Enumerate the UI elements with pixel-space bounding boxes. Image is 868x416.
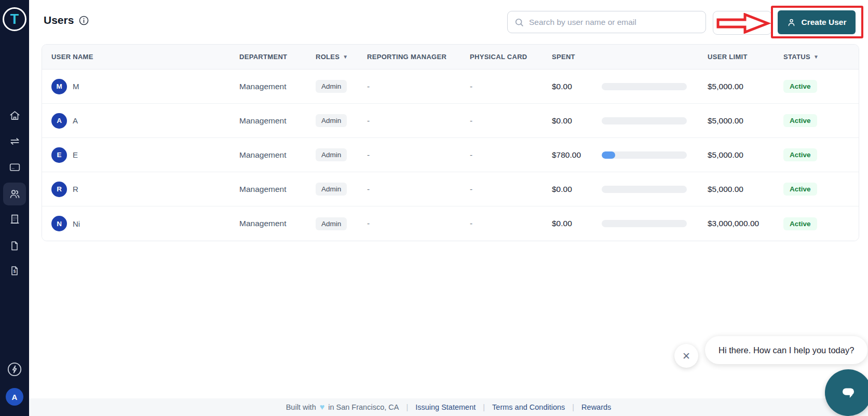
chevron-down-icon: ▼ bbox=[343, 54, 348, 60]
spend-progress-bar bbox=[602, 220, 687, 227]
table-row[interactable]: E E Management Admin - - $780.00 $5,000.… bbox=[42, 138, 859, 172]
department-cell: Management bbox=[239, 116, 316, 126]
spent-cell: $0.00 bbox=[552, 116, 602, 126]
create-user-button[interactable]: Create User bbox=[778, 10, 856, 34]
sidebar-item-rewards[interactable] bbox=[3, 358, 26, 381]
reporting-manager-cell: - bbox=[367, 185, 470, 194]
status-badge: Active bbox=[783, 114, 817, 127]
sidebar-item-cards[interactable] bbox=[3, 156, 26, 178]
spent-cell: $0.00 bbox=[552, 185, 602, 194]
physical-card-cell: - bbox=[470, 82, 552, 91]
chat-close-button[interactable]: ✕ bbox=[674, 344, 698, 368]
spend-progress-bar bbox=[602, 117, 687, 124]
table-row[interactable]: M M Management Admin - - $0.00 $5,000.00… bbox=[42, 70, 859, 104]
credit-card-icon bbox=[9, 161, 21, 173]
footer-separator: | bbox=[406, 403, 408, 411]
table-body: M M Management Admin - - $0.00 $5,000.00… bbox=[42, 70, 859, 241]
physical-card-cell: - bbox=[470, 185, 552, 194]
column-header-physical-card: PHYSICAL CARD bbox=[470, 53, 552, 61]
user-limit-cell: $5,000.00 bbox=[708, 185, 783, 194]
info-icon[interactable] bbox=[78, 15, 89, 26]
spend-progress-bar bbox=[602, 151, 687, 159]
user-name: E bbox=[73, 150, 78, 159]
chat-launcher-button[interactable] bbox=[825, 369, 868, 416]
physical-card-cell: - bbox=[470, 116, 552, 126]
user-name: Ni bbox=[73, 219, 80, 228]
sidebar-item-company[interactable] bbox=[3, 207, 26, 230]
role-badge: Admin bbox=[316, 114, 347, 127]
department-cell: Management bbox=[239, 219, 316, 228]
footer-separator: | bbox=[572, 403, 574, 411]
building-icon bbox=[9, 213, 21, 225]
chat-greeting-text: Hi there. How can I help you today? bbox=[718, 345, 854, 355]
account-avatar[interactable]: A bbox=[6, 388, 23, 406]
status-badge: Active bbox=[783, 183, 817, 196]
reporting-manager-cell: - bbox=[367, 82, 470, 91]
chevron-down-icon: ▼ bbox=[813, 54, 819, 60]
table-row[interactable]: N Ni Management Admin - - $0.00 $3,000,0… bbox=[42, 206, 859, 241]
user-avatar: A bbox=[51, 113, 67, 129]
users-icon bbox=[8, 188, 21, 200]
user-avatar: R bbox=[51, 182, 67, 197]
footer-built-with: Built with ♥ in San Francisco, CA bbox=[286, 403, 399, 412]
page-header: Users Create User bbox=[29, 0, 868, 44]
role-badge: Admin bbox=[316, 183, 347, 196]
user-name: A bbox=[73, 116, 78, 125]
page-footer: Built with ♥ in San Francisco, CA | Issu… bbox=[29, 398, 868, 416]
footer-link-issuing-statement[interactable]: Issuing Statement bbox=[415, 403, 476, 411]
footer-link-rewards[interactable]: Rewards bbox=[581, 403, 611, 411]
app-logo-letter: T bbox=[10, 11, 19, 27]
footer-link-terms[interactable]: Terms and Conditions bbox=[492, 403, 565, 411]
status-badge: Active bbox=[783, 217, 817, 230]
search-input[interactable] bbox=[529, 18, 699, 27]
spent-cell: $0.00 bbox=[552, 219, 602, 228]
transfers-icon bbox=[9, 135, 21, 147]
account-avatar-letter: A bbox=[12, 393, 18, 401]
heart-icon: ♥ bbox=[320, 403, 325, 412]
status-badge: Active bbox=[783, 148, 817, 161]
department-cell: Management bbox=[239, 150, 316, 160]
search-box bbox=[507, 11, 706, 33]
sidebar-item-transactions[interactable] bbox=[3, 130, 26, 152]
users-table: USER NAME DEPARTMENT ROLES▼ REPORTING MA… bbox=[42, 44, 859, 241]
user-avatar: E bbox=[51, 147, 67, 163]
search-icon bbox=[514, 17, 524, 27]
user-limit-cell: $5,000.00 bbox=[708, 150, 783, 160]
user-avatar: N bbox=[51, 216, 67, 231]
role-badge: Admin bbox=[316, 217, 347, 230]
column-header-department: DEPARTMENT bbox=[239, 53, 316, 61]
table-row[interactable]: R R Management Admin - - $0.00 $5,000.00… bbox=[42, 172, 859, 206]
user-limit-cell: $5,000.00 bbox=[708, 82, 783, 91]
chat-bubble-icon bbox=[836, 381, 860, 405]
status-badge: Active bbox=[783, 80, 817, 93]
secondary-button[interactable] bbox=[713, 11, 772, 35]
reporting-manager-cell: - bbox=[367, 116, 470, 126]
role-badge: Admin bbox=[316, 148, 347, 161]
table-row[interactable]: A A Management Admin - - $0.00 $5,000.00… bbox=[42, 104, 859, 138]
person-icon bbox=[786, 18, 796, 27]
physical-card-cell: - bbox=[470, 150, 552, 160]
reporting-manager-cell: - bbox=[367, 219, 470, 228]
user-limit-cell: $3,000,000.00 bbox=[708, 219, 783, 228]
footer-separator: | bbox=[483, 403, 485, 411]
page-title: Users bbox=[44, 14, 74, 26]
sidebar-item-users[interactable] bbox=[3, 183, 26, 205]
user-limit-cell: $5,000.00 bbox=[708, 116, 783, 126]
sidebar-item-documents[interactable] bbox=[3, 234, 26, 257]
spend-progress-fill bbox=[602, 151, 615, 159]
sidebar-item-billing[interactable]: $ bbox=[3, 259, 26, 282]
column-header-user-name: USER NAME bbox=[42, 53, 239, 61]
close-icon: ✕ bbox=[682, 350, 690, 362]
spent-cell: $780.00 bbox=[552, 150, 602, 160]
spent-cell: $0.00 bbox=[552, 82, 602, 91]
column-header-spent: SPENT bbox=[552, 53, 602, 61]
column-header-status[interactable]: STATUS▼ bbox=[783, 53, 859, 61]
user-avatar: M bbox=[51, 79, 67, 94]
user-name: R bbox=[73, 185, 78, 193]
app-logo[interactable]: T bbox=[3, 7, 26, 31]
column-header-roles[interactable]: ROLES▼ bbox=[316, 53, 367, 61]
document-icon bbox=[9, 240, 20, 252]
sidebar-item-home[interactable] bbox=[3, 104, 26, 127]
invoice-dollar-icon: $ bbox=[9, 265, 20, 276]
sidebar: T bbox=[0, 0, 29, 416]
